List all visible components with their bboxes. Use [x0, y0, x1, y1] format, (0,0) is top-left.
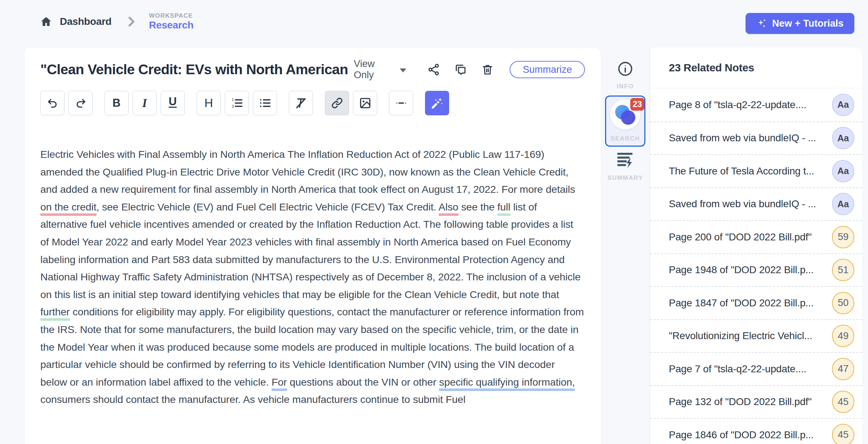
related-notes-header: 23 Related Notes	[650, 48, 862, 88]
relevance-score-badge: 49	[832, 325, 854, 347]
related-note-title: Page 132 of "DOD 2022 Bill.pdf"	[669, 396, 826, 408]
related-notes-title: 23 Related Notes	[669, 62, 754, 74]
document-title: "Clean Vehicle Credit: EVs with North Am…	[40, 62, 348, 77]
undo-button[interactable]	[40, 91, 64, 115]
body-text: list of alternative fuel vehicle incenti…	[40, 201, 581, 300]
related-note-row[interactable]: Page 1948 of "DOD 2022 Bill.p...51	[650, 253, 862, 287]
relevance-score-badge: 51	[832, 259, 854, 281]
related-note-title: Saved from web via bundleIQ - ...	[669, 132, 826, 144]
editor-card: "Clean Vehicle Credit: EVs with North Am…	[24, 48, 601, 444]
annotated-phrase: on the credit	[40, 201, 97, 216]
home-icon[interactable]	[40, 16, 52, 27]
tab-summary[interactable]: SUMMARY	[601, 151, 650, 182]
share-icon[interactable]	[427, 63, 440, 76]
magic-wand-button[interactable]	[425, 91, 449, 115]
body-text: , see Electric Vehicle (EV) and Fuel Cel…	[97, 201, 439, 213]
underline-glyph: U	[169, 95, 176, 111]
body-text: see the	[458, 201, 497, 213]
related-note-row[interactable]: Saved from web via bundleIQ - ...Aa	[650, 187, 862, 221]
ordered-list-button[interactable]: 13	[225, 91, 249, 115]
comments-icon[interactable]	[454, 63, 467, 76]
trash-icon[interactable]	[481, 63, 494, 76]
related-notes-panel: 23 Related Notes Page 8 of "tsla-q2-22-u…	[650, 48, 862, 444]
info-label: INFO	[617, 83, 634, 90]
related-note-row[interactable]: Saved from web via bundleIQ - ...Aa	[650, 121, 862, 155]
related-note-title: "Revolutionizing Electric Vehicl...	[669, 330, 826, 342]
annotated-phrase: full	[497, 201, 510, 216]
editor-toolbar: B I U H 13	[40, 91, 601, 115]
note-type-badge: Aa	[832, 94, 854, 116]
link-button[interactable]	[325, 91, 349, 115]
relevance-score-badge: 47	[832, 358, 854, 380]
document-body[interactable]: Electric Vehicles with Final Assembly in…	[40, 146, 584, 408]
search-notification-badge: 23	[630, 98, 644, 111]
related-note-row[interactable]: Page 7 of "tsla-q2-22-update....47	[650, 352, 862, 385]
related-note-title: Page 8 of "tsla-q2-22-update....	[669, 99, 826, 111]
summarize-button[interactable]: Summarize	[510, 61, 585, 78]
tab-info[interactable]: INFO	[601, 61, 650, 90]
related-note-row[interactable]: Page 1846 of "DOD 2022 Bill.p...45	[650, 418, 862, 444]
related-note-row[interactable]: Page 200 of "DOD 2022 Bill.pdf"59	[650, 220, 862, 253]
annotated-phrase: Also	[439, 201, 458, 216]
related-note-title: Saved from web via bundleIQ - ...	[669, 198, 826, 210]
italic-glyph: I	[142, 97, 147, 110]
annotated-phrase: For	[272, 376, 287, 391]
note-type-badge: Aa	[832, 127, 854, 149]
new-tutorials-button[interactable]: New + Tutorials	[746, 13, 854, 34]
image-button[interactable]	[353, 91, 377, 115]
permission-label: View Only	[354, 58, 395, 81]
related-note-row[interactable]: Page 132 of "DOD 2022 Bill.pdf"45	[650, 385, 862, 418]
related-note-title: Page 1948 of "DOD 2022 Bill.p...	[669, 264, 826, 276]
annotated-phrase: further	[40, 306, 70, 321]
italic-button[interactable]: I	[133, 91, 157, 115]
relevance-score-badge: 45	[832, 391, 854, 413]
related-note-title: Page 200 of "DOD 2022 Bill.pdf"	[669, 231, 826, 243]
clear-formatting-button[interactable]	[289, 91, 313, 115]
body-text: Electric Vehicles with Final Assembly in…	[40, 148, 575, 195]
underline-button[interactable]: U	[161, 91, 185, 115]
related-note-title: Page 1846 of "DOD 2022 Bill.p...	[669, 429, 826, 441]
note-type-badge: Aa	[832, 193, 854, 215]
document-header: "Clean Vehicle Credit: EVs with North Am…	[40, 58, 585, 81]
workspace-label: WORKSPACE	[149, 12, 194, 19]
relevance-score-badge: 45	[832, 424, 854, 444]
related-notes-list: Page 8 of "tsla-q2-22-update....AaSaved …	[650, 88, 862, 444]
new-tutorials-label: New + Tutorials	[772, 18, 844, 29]
chevron-down-icon	[400, 68, 406, 72]
heading-glyph: H	[205, 96, 213, 110]
tab-search-active[interactable]: 23 SEARCH	[605, 96, 645, 147]
annotated-phrase: specific qualifying information,	[439, 376, 575, 391]
body-text: conditions for eligibility may apply. Fo…	[40, 306, 584, 387]
heading-button[interactable]: H	[197, 91, 221, 115]
svg-text:1: 1	[232, 97, 234, 102]
svg-text:3: 3	[232, 104, 234, 108]
body-text: questions about the VIN or other	[287, 376, 439, 388]
related-note-row[interactable]: Page 1847 of "DOD 2022 Bill.p...50	[650, 286, 862, 319]
workspace-name: Research	[149, 19, 194, 31]
relevance-score-badge: 59	[832, 226, 854, 248]
info-icon	[617, 61, 634, 77]
side-rail: INFO 23 SEARCH	[601, 48, 650, 444]
related-note-row[interactable]: Page 8 of "tsla-q2-22-update....Aa	[650, 88, 862, 121]
bullet-list-button[interactable]	[253, 91, 277, 115]
permission-dropdown[interactable]: View Only	[354, 58, 406, 81]
summary-label: SUMMARY	[608, 174, 643, 182]
breadcrumb-dashboard[interactable]: Dashboard	[60, 16, 112, 27]
bold-button[interactable]: B	[104, 91, 129, 115]
breadcrumb-workspace[interactable]: WORKSPACE Research	[149, 12, 194, 31]
related-note-title: The Future of Tesla According t...	[669, 165, 826, 177]
chevron-right-icon	[127, 17, 135, 27]
related-note-row[interactable]: The Future of Tesla According t...Aa	[650, 154, 862, 187]
summary-icon	[616, 151, 635, 169]
related-note-row[interactable]: "Revolutionizing Electric Vehicl...49	[650, 319, 862, 352]
sparkles-icon	[756, 18, 767, 29]
top-bar: Dashboard WORKSPACE Research New + Tutor…	[0, 0, 868, 48]
redo-button[interactable]	[68, 91, 93, 115]
breadcrumb: Dashboard WORKSPACE Research	[40, 12, 193, 31]
body-text: consumers should contact the manufacture…	[40, 394, 466, 405]
note-type-badge: Aa	[832, 160, 854, 182]
bold-glyph: B	[112, 97, 120, 110]
search-label: SEARCH	[606, 135, 644, 142]
horizontal-rule-button[interactable]	[389, 91, 413, 115]
relevance-score-badge: 50	[832, 292, 854, 314]
